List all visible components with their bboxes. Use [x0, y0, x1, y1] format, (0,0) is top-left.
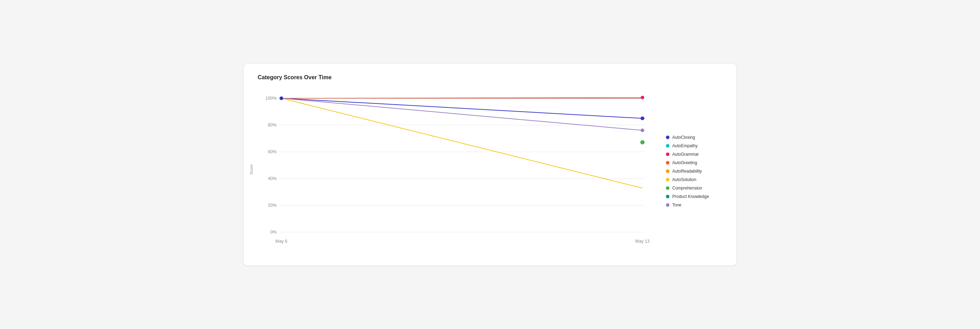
svg-point-23 [640, 140, 644, 145]
legend-item: AutoEmpathy [666, 143, 722, 148]
svg-point-20 [641, 96, 644, 99]
legend-dot [666, 136, 670, 139]
chart-body: Score 100% 80% 60% 40% 20% 0% [258, 88, 722, 251]
chart-area: Score 100% 80% 60% 40% 20% 0% [258, 88, 659, 251]
svg-text:60%: 60% [268, 149, 277, 154]
legend-label: Comprehension [672, 186, 702, 191]
svg-point-28 [641, 117, 644, 120]
svg-point-27 [280, 97, 283, 100]
svg-line-22 [281, 98, 642, 188]
legend-label: Tone [672, 203, 681, 207]
svg-text:80%: 80% [268, 122, 277, 127]
svg-line-14 [281, 98, 642, 118]
legend-item: AutoSolution [666, 177, 722, 182]
svg-text:20%: 20% [268, 203, 277, 208]
legend-label: AutoEmpathy [672, 143, 698, 148]
legend-label: AutoGrammar [672, 152, 699, 157]
legend: AutoClosingAutoEmpathyAutoGrammarAutoGre… [666, 88, 722, 251]
y-axis-label: Score [249, 164, 253, 175]
legend-dot [666, 195, 670, 198]
legend-label: AutoClosing [672, 135, 695, 140]
legend-label: Product Knowledge [672, 194, 709, 199]
legend-dot [666, 161, 670, 164]
svg-text:100%: 100% [266, 96, 277, 101]
svg-text:0%: 0% [270, 230, 277, 235]
legend-item: AutoReadability [666, 169, 722, 174]
svg-point-26 [641, 129, 644, 132]
svg-text:40%: 40% [268, 176, 277, 181]
legend-item: Tone [666, 203, 722, 207]
legend-dot [666, 153, 670, 156]
legend-dot [666, 144, 670, 148]
legend-dot [666, 203, 670, 207]
chart-container: Category Scores Over Time Score 100% 80%… [243, 64, 737, 265]
legend-label: AutoReadability [672, 169, 702, 174]
legend-item: AutoGrammar [666, 152, 722, 157]
legend-item: Product Knowledge [666, 194, 722, 199]
svg-text:May 13: May 13 [635, 239, 650, 244]
legend-dot [666, 169, 670, 173]
legend-dot [666, 178, 670, 181]
legend-dot [666, 186, 670, 190]
svg-line-24 [281, 98, 642, 130]
legend-label: AutoSolution [672, 177, 696, 182]
legend-label: AutoGreeting [672, 160, 697, 165]
chart-svg: 100% 80% 60% 40% 20% 0% May 6 May 13 [258, 88, 659, 250]
svg-text:May 6: May 6 [275, 239, 287, 244]
legend-item: AutoGreeting [666, 160, 722, 165]
chart-title: Category Scores Over Time [258, 74, 722, 81]
legend-item: AutoClosing [666, 135, 722, 140]
legend-item: Comprehension [666, 186, 722, 191]
